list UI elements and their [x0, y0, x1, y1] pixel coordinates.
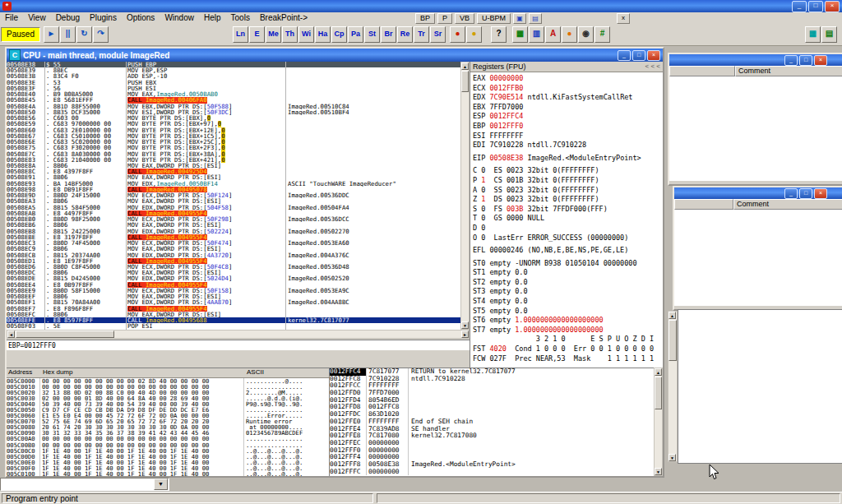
registers-header-arrows[interactable]: < < <: [645, 62, 660, 72]
toolbar-letter-button-pa[interactable]: Pa: [348, 26, 363, 43]
cascade-windows-icon[interactable]: ▤: [821, 26, 837, 43]
modules-window-icon[interactable]: ▥: [529, 26, 544, 43]
disasm-row[interactable]: 00508EC9. 8B06MOV EAX,DWORD PTR DS:[ESI]: [7, 246, 460, 252]
dump-row[interactable]: 005C00B000 00 00 00 00 00 00 00 00 00 00…: [7, 442, 329, 448]
scroll-down-icon[interactable]: ▼: [669, 454, 676, 461]
register-line[interactable]: P 1 CS 001B 32bit 0(FFFFFFFF): [473, 176, 663, 186]
disasm-row[interactable]: 00508E75. C683 F3020000 00MOV BYTE PTR D…: [7, 145, 460, 150]
menu-item-view[interactable]: View: [23, 12, 51, 23]
menu-button-bp[interactable]: BP: [415, 13, 435, 24]
dump-row[interactable]: 005C009030 31 32 33 34 35 36 37 38 39 41…: [7, 430, 329, 436]
register-line[interactable]: EDI 7C910228 ntdll.7C910228: [473, 141, 663, 150]
stack-row[interactable]: 0012FFD48054B6ED: [330, 397, 654, 405]
toolbar-letter-button-re[interactable]: Re: [397, 26, 413, 43]
disasm-row[interactable]: 00508E59. C683 97000000 00MOV BYTE PTR D…: [7, 121, 460, 127]
step-over-icon[interactable]: ↷: [93, 26, 109, 43]
stack-pane[interactable]: 0012FFC47C817077RETURN to kernel32.7C817…: [329, 368, 654, 476]
register-line[interactable]: EDX 7C90E514 ntdll.KiFastSystemCallRet: [473, 93, 663, 103]
stack-row[interactable]: 0012FFC87C910228ntdll.7C910228: [330, 376, 654, 383]
disasm-row[interactable]: 00508EDC. 8B06MOV EAX,DWORD PTR DS:[ESI]: [7, 270, 460, 275]
disasm-row[interactable]: 00508E6E. C683 5C020000 00MOV BYTE PTR D…: [7, 139, 460, 145]
register-line[interactable]: 3 2 1 0 E S P U O Z D I: [473, 335, 663, 344]
stack-vscrollbar[interactable]: ▲ ▼: [654, 368, 663, 476]
toolbar-letter-button-st[interactable]: St: [364, 26, 380, 43]
disasm-row[interactable]: 00508E50. 8B35 DCF35000MOV ESI,DWORD PTR…: [7, 109, 460, 115]
cpu-minimize-button[interactable]: _: [618, 50, 631, 61]
disassembly-pane[interactable]: 00508E38$ 55PUSH EBP00508E39. 8BECMOV EB…: [7, 62, 460, 330]
trace-window-icon[interactable]: ◉: [578, 26, 594, 43]
scroll-up-icon[interactable]: ▲: [461, 62, 469, 70]
register-line[interactable]: EIP 00508E38 ImageRed.<ModuleEntryPoint>: [473, 154, 663, 164]
disasm-row[interactable]: 00508E3F. 56PUSH ESI: [7, 86, 460, 91]
disasm-row[interactable]: 00508E83. C683 21040000 00MOV BYTE PTR D…: [7, 157, 460, 163]
stack-row[interactable]: 0012FFF800508E38ImageRed.<ModuleEntryPoi…: [330, 461, 654, 469]
info-pane[interactable]: EBP=0012FFF0: [7, 340, 470, 350]
scroll-left-icon[interactable]: ◄: [7, 331, 15, 338]
disasm-row[interactable]: 00508EEF. 8B06MOV EAX,DWORD PTR DS:[ESI]: [7, 294, 460, 299]
chevron-down-icon[interactable]: ▼: [154, 479, 168, 490]
disasm-row[interactable]: 00508E40. B9 B0BA5000MOV EAX,ImageRed.00…: [7, 91, 460, 97]
panel-close-button[interactable]: ×: [814, 188, 827, 199]
disasm-row[interactable]: 00508EF1. 8B15 70A84A00MOV EDX,DWORD PTR…: [7, 299, 460, 305]
stack-row[interactable]: 0012FFC47C817077RETURN to kernel32.7C817…: [330, 368, 654, 376]
toolbar-letter-button-ln[interactable]: Ln: [233, 26, 248, 43]
menu-button-p[interactable]: P: [437, 13, 452, 24]
disasm-row[interactable]: 00508E3E. 53PUSH EBX: [7, 80, 460, 86]
help-icon[interactable]: ?: [491, 26, 507, 43]
stack-row[interactable]: 0012FFF000000000: [330, 447, 654, 455]
register-line[interactable]: O 0 LastErr ERROR_SUCCESS (00000000): [473, 234, 663, 243]
side-panel-1-titlebar[interactable]: _ □ ×: [669, 54, 842, 66]
watch-window-icon[interactable]: ●: [562, 26, 577, 43]
disasm-row[interactable]: 00508EF7. E8 F896F8FFCALL ImageRed.00495…: [7, 306, 460, 312]
menu-button-vb[interactable]: VB: [455, 13, 474, 24]
register-line[interactable]: EBP 0012FFF0: [473, 122, 663, 132]
stack-row[interactable]: 0012FFE87C817080kernel32.7C817080: [330, 432, 654, 440]
restart-icon[interactable]: ↻: [76, 26, 92, 43]
cpu-maximize-button[interactable]: □: [632, 50, 645, 61]
disasm-row[interactable]: 00508E8A. 8B06MOV EAX,DWORD PTR DS:[ESI]: [7, 163, 460, 169]
disasm-row[interactable]: 00508ECB. 8B15 20374A00MOV EDX,DWORD PTR…: [7, 252, 460, 258]
panel-minimize-button[interactable]: _: [784, 55, 798, 66]
menu-button-u-bpm[interactable]: U-BPM: [477, 13, 511, 24]
stack-row[interactable]: 0012FFD07FFD7000: [330, 390, 654, 397]
dump-row[interactable]: 005C000000 00 00 00 00 00 00 00 00 02 8D…: [7, 378, 329, 384]
stack-row[interactable]: 0012FFF400000000: [330, 454, 654, 461]
panel-close-button[interactable]: ×: [814, 55, 827, 66]
scroll-up-icon[interactable]: ▲: [669, 312, 676, 319]
disasm-row[interactable]: 00508E8C. E8 4397F8FFCALL ImageRed.00492…: [7, 169, 460, 174]
scroll-down-icon[interactable]: ▼: [655, 468, 662, 475]
main-titlebar[interactable]: * _ □ ×: [0, 0, 842, 12]
disasm-row[interactable]: 00508E7C. C683 8A030000 00MOV BYTE PTR D…: [7, 151, 460, 157]
disasm-row[interactable]: 00508E45. E8 5681EFFFCALL ImageRed.00406…: [7, 97, 460, 103]
register-line[interactable]: ST0 empty -UNORM B938 01050104 00000000: [473, 259, 663, 269]
run-icon[interactable]: ►: [44, 26, 59, 43]
scroll-right-icon[interactable]: ►: [461, 331, 469, 338]
close-button[interactable]: ×: [825, 1, 840, 12]
menu-item-help[interactable]: Help: [199, 12, 226, 23]
disasm-row[interactable]: 00508EAB. E8 4497F8FFCALL ImageRed.00495…: [7, 210, 460, 216]
register-line[interactable]: T 0 GS 0000 NULL: [473, 214, 663, 224]
register-line[interactable]: ESP 0012FFC4: [473, 112, 663, 122]
plugin-b-icon[interactable]: ▤: [529, 13, 542, 24]
dump-row[interactable]: 005C00A000 00 00 00 00 00 00 00 00 00 00…: [7, 436, 329, 442]
dump-row[interactable]: 005C00E01F 1E 40 00 1F 1E 40 00 1F 1E 40…: [7, 460, 329, 465]
pause-icon[interactable]: ||: [60, 26, 76, 43]
register-line[interactable]: S 0 FS 003B 32bit 7FFDF000(FFF): [473, 205, 663, 215]
dump-row[interactable]: 005C004050 39 40 00 73 39 40 00 54 39 40…: [7, 401, 329, 407]
register-line[interactable]: ST4 empty 0.0: [473, 297, 663, 307]
register-line[interactable]: ESI FFFFFFFF: [473, 132, 663, 141]
menu-item-breakpoint[interactable]: BreakPoint->: [255, 12, 312, 23]
disasm-row[interactable]: 00508EB0. 8B0D 98F25000MOV ECX,DWORD PTR…: [7, 216, 460, 222]
disasm-row[interactable]: 00508EB6. 8B06MOV EAX,DWORD PTR DS:[ESI]: [7, 222, 460, 228]
register-line[interactable]: EFL 00000246 (NO,NB,E,BE,NS,PE,GE,LE): [473, 246, 663, 256]
dump-row[interactable]: 005C01001F 1E 40 00 1F 1E 40 00 1F 1E 40…: [7, 471, 329, 476]
dump-row[interactable]: 005C002032 13 8B 0D 02 00 8B C0 00 40 4D…: [7, 390, 329, 395]
disasm-row[interactable]: 00508EDE. 8B15 D4245000MOV EDX,DWORD PTR…: [7, 275, 460, 281]
toolbar-close-icon[interactable]: x: [617, 13, 630, 24]
cpu-close-button[interactable]: ×: [647, 50, 660, 61]
disasm-row[interactable]: 00508ED1. E8 1E97F8FFCALL ImageRed.00495…: [7, 258, 460, 264]
disasm-row[interactable]: 00508EE9. 8B0D 58F15000MOV ECX,DWORD PTR…: [7, 288, 460, 294]
register-line[interactable]: ST1 empty 0.0: [473, 268, 663, 278]
menu-item-plugins[interactable]: Plugins: [85, 12, 122, 23]
dump-row[interactable]: 005C007052 75 6E 74 69 6D 65 20 65 72 72…: [7, 418, 329, 424]
